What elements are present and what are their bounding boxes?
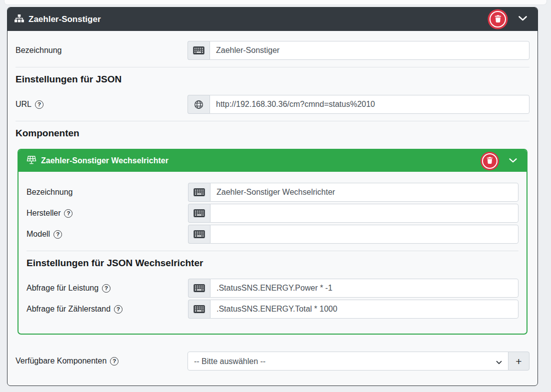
modell-input[interactable] <box>210 225 518 244</box>
json-settings-heading: Einstellungen für JSON <box>16 74 530 85</box>
chevron-down-icon <box>508 157 518 165</box>
url-input-group <box>188 95 530 114</box>
url-input[interactable] <box>210 95 530 114</box>
available-components-row: Verfügbare Komponenten ? -- Bitte auswäh… <box>16 352 530 371</box>
bezeichnung-label: Bezeichnung <box>16 46 188 55</box>
leistung-label-text: Abfrage für Leistung <box>26 284 98 293</box>
component-bezeichnung-label-text: Bezeichnung <box>26 188 73 197</box>
bezeichnung-row: Bezeichnung <box>16 41 530 60</box>
component-panel: Zaehler-Sonstiger Wechselrichter <box>18 149 528 335</box>
solar-panel-icon <box>26 156 36 166</box>
divider <box>26 251 518 251</box>
add-component-button[interactable]: + <box>508 352 530 371</box>
bezeichnung-label-text: Bezeichnung <box>16 46 62 55</box>
component-bezeichnung-label: Bezeichnung <box>26 188 188 197</box>
help-icon[interactable]: ? <box>102 284 110 293</box>
help-icon[interactable]: ? <box>64 209 72 218</box>
delete-device-button[interactable] <box>490 11 506 27</box>
leistung-label: Abfrage für Leistung ? <box>26 284 188 293</box>
trash-icon <box>486 157 493 165</box>
chevron-down-icon <box>518 15 528 23</box>
available-components-group: -- Bitte auswählen -- + <box>188 352 530 371</box>
modell-row: Modell ? <box>26 225 518 244</box>
leistung-row: Abfrage für Leistung ? <box>26 279 518 298</box>
bezeichnung-input[interactable] <box>210 41 530 60</box>
component-panel-header[interactable]: Zaehler-Sonstiger Wechselrichter <box>18 150 526 172</box>
component-bezeichnung-input[interactable] <box>210 183 518 202</box>
component-panel-body: Bezeichnung <box>18 172 526 334</box>
previous-card-bottom-edge <box>4 0 547 5</box>
collapse-component-button[interactable] <box>508 156 518 166</box>
help-icon[interactable]: ? <box>35 100 44 109</box>
help-icon[interactable]: ? <box>110 357 118 366</box>
leistung-input[interactable] <box>210 279 518 298</box>
zaehlerstand-label: Abfrage für Zählerstand ? <box>26 305 188 314</box>
hersteller-label: Hersteller ? <box>26 209 188 218</box>
keyboard-icon <box>188 41 210 60</box>
hersteller-input[interactable] <box>210 204 518 223</box>
device-panel-body: Bezeichnung Einstellungen für <box>8 31 538 386</box>
sitemap-icon <box>14 14 24 24</box>
bezeichnung-input-group <box>188 41 530 60</box>
modell-label: Modell ? <box>26 230 188 239</box>
divider <box>16 121 530 121</box>
url-label-text: URL <box>16 100 32 109</box>
component-panel-title: Zaehler-Sonstiger Wechselrichter <box>41 156 168 165</box>
divider <box>16 67 530 67</box>
zaehlerstand-row: Abfrage für Zählerstand ? <box>26 300 518 319</box>
globe-icon <box>188 95 210 114</box>
device-panel-title: Zaehler-Sonstiger <box>28 14 101 24</box>
collapse-device-button[interactable] <box>517 14 528 24</box>
available-components-label-text: Verfügbare Komponenten <box>16 357 106 366</box>
component-bezeichnung-row: Bezeichnung <box>26 183 518 202</box>
keyboard-icon <box>188 183 210 202</box>
component-bezeichnung-input-group <box>188 183 518 202</box>
delete-component-button[interactable] <box>482 153 498 169</box>
url-label: URL ? <box>16 100 188 109</box>
modell-input-group <box>188 225 518 244</box>
device-panel-header[interactable]: Zaehler-Sonstiger <box>8 7 538 31</box>
hersteller-row: Hersteller ? <box>26 204 518 223</box>
available-components-select[interactable]: -- Bitte auswählen -- <box>188 352 508 371</box>
help-icon[interactable]: ? <box>114 305 122 314</box>
keyboard-icon <box>188 225 210 244</box>
help-icon[interactable]: ? <box>54 230 62 239</box>
zaehlerstand-input-group <box>188 300 518 319</box>
keyboard-icon <box>188 300 210 319</box>
keyboard-icon <box>188 279 210 298</box>
available-components-label: Verfügbare Komponenten ? <box>16 357 188 366</box>
trash-icon <box>494 15 502 24</box>
zaehlerstand-input[interactable] <box>210 300 518 319</box>
available-components-select-wrap: -- Bitte auswählen -- <box>188 352 508 371</box>
hersteller-input-group <box>188 204 518 223</box>
leistung-input-group <box>188 279 518 298</box>
zaehlerstand-label-text: Abfrage für Zählerstand <box>26 305 110 314</box>
url-row: URL ? <box>16 95 530 114</box>
device-panel: Zaehler-Sonstiger Bezeichnung <box>7 7 538 386</box>
component-json-heading: Einstellungen für JSON Wechselrichter <box>26 258 518 269</box>
komponenten-heading: Komponenten <box>16 128 530 139</box>
modell-label-text: Modell <box>26 230 50 239</box>
hersteller-label-text: Hersteller <box>26 209 60 218</box>
keyboard-icon <box>188 204 210 223</box>
